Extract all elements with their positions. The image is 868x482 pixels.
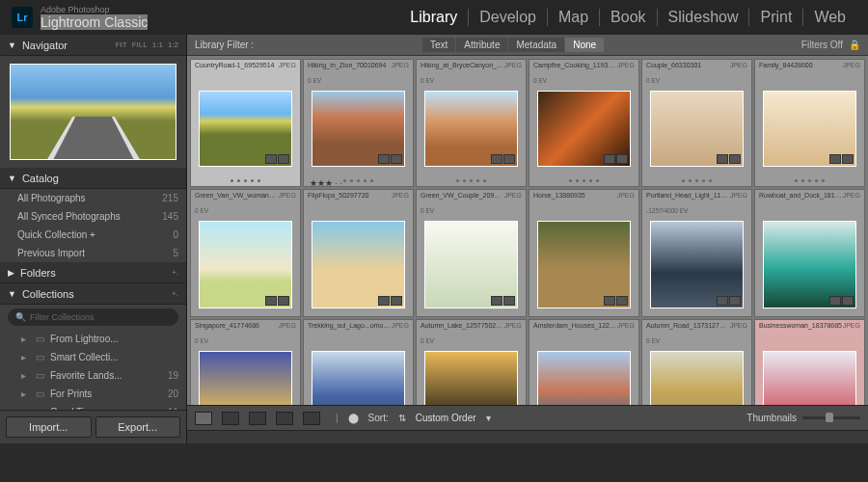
module-tab-library[interactable]: Library [399, 9, 469, 26]
thumbnail-image[interactable] [537, 91, 631, 167]
module-picker[interactable]: LibraryDevelopMapBookSlideshowPrintWeb [399, 9, 856, 26]
disclosure-triangle-icon[interactable]: ▸ [17, 370, 29, 381]
module-tab-web[interactable]: Web [803, 9, 856, 26]
grid-cell[interactable]: Family_84428600JPEG [754, 59, 865, 187]
collection-item[interactable]: ▸▭From Lightroo... [0, 330, 186, 348]
collection-item[interactable]: ▸▭Good Times11 [0, 403, 186, 410]
navigator-preview[interactable] [10, 64, 176, 160]
import-button[interactable]: Import... [6, 416, 92, 438]
disclosure-triangle-icon[interactable]: ▸ [17, 352, 29, 362]
view-compare-button[interactable] [249, 412, 266, 425]
view-grid-button[interactable] [195, 412, 212, 425]
collections-header[interactable]: ▼ Collections +. [0, 283, 186, 305]
thumbnail-image[interactable] [199, 91, 292, 167]
badge-icon[interactable] [829, 296, 841, 306]
thumbnail-image[interactable] [537, 351, 631, 405]
view-loupe-button[interactable] [222, 412, 239, 425]
nav-mode[interactable]: FILL [132, 40, 148, 49]
nav-mode[interactable]: 1:2 [168, 40, 178, 49]
grid-cell[interactable]: Couple_66330301JPEG0 EV [641, 59, 752, 187]
badge-icon[interactable] [265, 296, 277, 306]
navigator-header[interactable]: ▼ Navigator FIT FILL 1:1 1:2 [0, 35, 186, 56]
sort-value[interactable]: Custom Order [416, 413, 476, 423]
view-people-button[interactable] [303, 412, 320, 425]
badge-icon[interactable] [729, 296, 741, 306]
filter-seg-attribute[interactable]: Attribute [456, 38, 507, 52]
grid-cell[interactable]: Green_VW_Couple_2096894493JPEG0 EV [416, 189, 527, 317]
badge-icon[interactable] [729, 154, 741, 164]
catalog-item[interactable]: All Synced Photographs145 [0, 207, 186, 226]
badge-icon[interactable] [503, 154, 515, 164]
thumbnail-image[interactable] [199, 351, 292, 405]
filmstrip[interactable] [187, 430, 868, 443]
folders-header[interactable]: ▶ Folders +. [0, 262, 186, 283]
grid-cell[interactable]: Campfire_Cooking_119320839JPEG0 EV [529, 59, 639, 187]
badge-icon[interactable] [604, 296, 615, 306]
chevron-down-icon[interactable]: ▾ [486, 413, 491, 423]
grid-cell[interactable]: Amsterdam_Houses_122940375JPEG [529, 319, 639, 405]
grid-cell[interactable]: Singapore_41774686JPEG0 EV [190, 319, 301, 405]
thumbnail-image[interactable] [537, 221, 631, 308]
nav-mode[interactable]: FIT [116, 40, 127, 49]
thumbnail-image[interactable] [424, 91, 518, 167]
thumbnail-image[interactable] [424, 221, 518, 308]
thumbnail-image[interactable] [763, 221, 856, 308]
badge-icon[interactable] [391, 154, 402, 164]
collection-item[interactable]: ▸▭For Prints20 [0, 385, 186, 403]
badge-icon[interactable] [278, 296, 289, 306]
thumbnail-image[interactable] [650, 351, 744, 405]
badge-icon[interactable] [391, 296, 402, 306]
grid-cell[interactable]: Hiking_in_Zion_70010694JPEG0 EV★★★ · · [303, 59, 414, 187]
disclosure-triangle-icon[interactable]: ▶ [8, 268, 14, 278]
filter-segments[interactable]: TextAttributeMetadataNone [422, 38, 604, 52]
navigator-modes[interactable]: FIT FILL 1:1 1:2 [116, 40, 178, 49]
export-button[interactable]: Export... [95, 416, 181, 438]
thumbnail-image[interactable] [199, 221, 292, 308]
module-tab-print[interactable]: Print [749, 9, 803, 26]
grid-cell[interactable]: Hiking_at_BryceCanyon_211015870JPEG0 EV [416, 59, 527, 187]
filters-off-label[interactable]: Filters Off [773, 40, 843, 50]
thumbnail-image[interactable] [312, 351, 405, 405]
catalog-item[interactable]: Quick Collection +0 [0, 226, 186, 244]
badge-icon[interactable] [717, 296, 728, 306]
badge-icon[interactable] [503, 296, 515, 306]
grid-cell[interactable]: Rowboat_and_Dock_181331006JPEG [754, 189, 865, 317]
catalog-header[interactable]: ▼ Catalog [0, 168, 186, 189]
disclosure-triangle-icon[interactable]: ▼ [8, 40, 16, 50]
disclosure-triangle-icon[interactable]: ▸ [17, 334, 29, 344]
rating-stars[interactable]: ★★★ · · [310, 178, 342, 188]
badge-icon[interactable] [491, 296, 502, 306]
badge-icon[interactable] [616, 296, 628, 306]
thumbnail-size-slider[interactable] [802, 416, 860, 419]
module-tab-slideshow[interactable]: Slideshow [658, 9, 750, 26]
badge-icon[interactable] [829, 154, 841, 164]
grid-cell[interactable]: Portland_Head_Light_11260042JPEG-1257/40… [641, 189, 752, 317]
thumbnail-grid[interactable]: CountryRoad-1_69529514JPEGHiking_in_Zion… [187, 56, 868, 405]
thumbnail-image[interactable] [424, 351, 518, 405]
thumbnail-image[interactable] [650, 221, 744, 308]
collection-item[interactable]: ▸▭Favorite Lands...19 [0, 366, 186, 385]
grid-cell[interactable]: Businesswoman_18378685JPEG [754, 319, 865, 405]
view-survey-button[interactable] [276, 412, 293, 425]
grid-cell[interactable]: Autumn_Lake_125775022-2JPEG0 EV [416, 319, 527, 405]
badge-icon[interactable] [842, 154, 854, 164]
badge-icon[interactable] [278, 154, 289, 164]
plus-icon[interactable]: +. [172, 289, 178, 298]
module-tab-develop[interactable]: Develop [469, 9, 548, 26]
badge-icon[interactable] [378, 296, 390, 306]
thumbnail-image[interactable] [312, 221, 405, 308]
disclosure-triangle-icon[interactable]: ▼ [8, 174, 16, 183]
grid-cell[interactable]: Autumn_Road_137312700-2JPEG0 EV [641, 319, 752, 405]
grid-cell[interactable]: FlipFlops_50297720JPEG [303, 189, 414, 317]
disclosure-triangle-icon[interactable]: ▼ [8, 289, 16, 299]
filter-seg-metadata[interactable]: Metadata [508, 38, 564, 52]
badge-icon[interactable] [616, 154, 628, 164]
thumbnail-image[interactable] [650, 91, 744, 167]
module-tab-book[interactable]: Book [600, 9, 657, 26]
catalog-item[interactable]: All Photographs215 [0, 189, 186, 207]
module-tab-map[interactable]: Map [548, 9, 600, 26]
catalog-item[interactable]: Previous Import5 [0, 244, 186, 262]
grid-cell[interactable]: Trekking_sul_Lago...omo_19394354JPEG [303, 319, 414, 405]
collection-item[interactable]: ▸▭Smart Collecti... [0, 348, 186, 366]
badge-icon[interactable] [717, 154, 728, 164]
